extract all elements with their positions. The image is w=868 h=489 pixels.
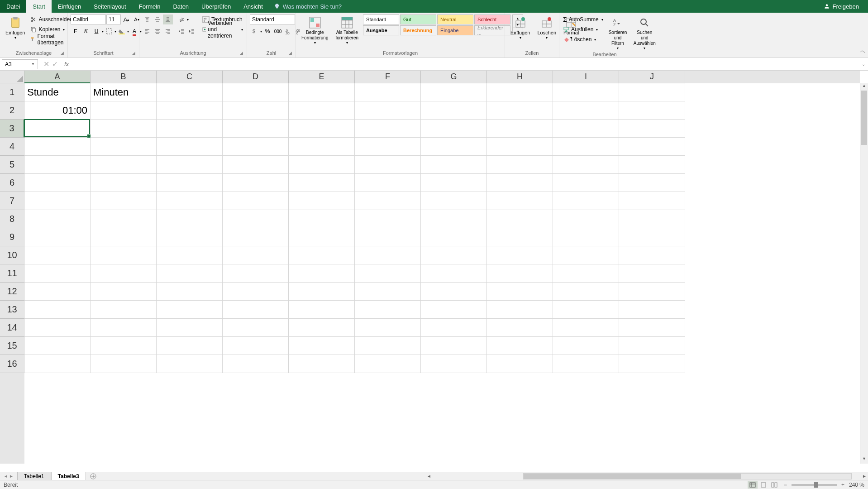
vertical-scrollbar[interactable]: ▲ ▼ bbox=[860, 83, 868, 464]
cell-J5[interactable] bbox=[619, 156, 685, 174]
orientation-button[interactable]: ab bbox=[176, 14, 186, 24]
increase-decimal-button[interactable]: .0.00 bbox=[283, 26, 293, 36]
cell-G1[interactable] bbox=[421, 83, 487, 101]
cell-F14[interactable] bbox=[355, 319, 421, 337]
cell-F12[interactable] bbox=[355, 283, 421, 301]
cell-C5[interactable] bbox=[157, 156, 223, 174]
cell-D12[interactable] bbox=[223, 283, 289, 301]
cell-B13[interactable] bbox=[91, 301, 157, 319]
italic-button[interactable]: K bbox=[81, 26, 91, 36]
cell-I10[interactable] bbox=[553, 246, 619, 264]
cell-E12[interactable] bbox=[289, 283, 355, 301]
cell-A7[interactable] bbox=[24, 192, 91, 210]
cell-E7[interactable] bbox=[289, 192, 355, 210]
column-header-A[interactable]: A bbox=[24, 71, 91, 83]
align-middle-button[interactable] bbox=[153, 14, 162, 24]
conditional-formatting-button[interactable]: Bedingte Formatierung▾ bbox=[299, 14, 331, 46]
cell-D16[interactable] bbox=[223, 355, 289, 373]
cell-I11[interactable] bbox=[553, 264, 619, 283]
cell-F6[interactable] bbox=[355, 174, 421, 192]
column-header-J[interactable]: J bbox=[619, 71, 685, 83]
cell-J15[interactable] bbox=[619, 337, 685, 355]
column-header-B[interactable]: B bbox=[91, 71, 157, 83]
align-top-button[interactable] bbox=[142, 14, 152, 24]
add-sheet-button[interactable] bbox=[89, 473, 98, 480]
cell-I12[interactable] bbox=[553, 283, 619, 301]
clipboard-dialog-launcher[interactable]: ◢ bbox=[61, 51, 66, 56]
cell-E14[interactable] bbox=[289, 319, 355, 337]
alignment-dialog-launcher[interactable]: ◢ bbox=[240, 51, 245, 56]
cell-G11[interactable] bbox=[421, 264, 487, 283]
font-dialog-launcher[interactable]: ◢ bbox=[132, 51, 138, 56]
fill-color-button[interactable] bbox=[117, 26, 127, 36]
tab-daten[interactable]: Daten bbox=[167, 0, 195, 13]
zoom-out-button[interactable]: − bbox=[784, 482, 787, 488]
row-header-16[interactable]: 16 bbox=[0, 355, 24, 373]
cell-J1[interactable] bbox=[619, 83, 685, 101]
cell-J8[interactable] bbox=[619, 210, 685, 228]
cell-F8[interactable] bbox=[355, 210, 421, 228]
cell-J7[interactable] bbox=[619, 192, 685, 210]
row-header-5[interactable]: 5 bbox=[0, 156, 24, 174]
cell-B16[interactable] bbox=[91, 355, 157, 373]
cell-G5[interactable] bbox=[421, 156, 487, 174]
cell-E5[interactable] bbox=[289, 156, 355, 174]
cell-I4[interactable] bbox=[553, 138, 619, 156]
normal-view-button[interactable] bbox=[748, 481, 758, 489]
insert-cells-button[interactable]: Einfügen▾ bbox=[508, 14, 533, 41]
cell-I14[interactable] bbox=[553, 319, 619, 337]
row-header-9[interactable]: 9 bbox=[0, 228, 24, 246]
cell-B5[interactable] bbox=[91, 156, 157, 174]
cell-C2[interactable] bbox=[157, 101, 223, 120]
formula-input[interactable] bbox=[72, 59, 859, 69]
zoom-level[interactable]: 240 % bbox=[849, 482, 864, 488]
cell-J3[interactable] bbox=[619, 120, 685, 138]
cell-D3[interactable] bbox=[223, 120, 289, 138]
enter-formula-button[interactable]: ✓ bbox=[52, 60, 58, 68]
cell-G9[interactable] bbox=[421, 228, 487, 246]
cell-E1[interactable] bbox=[289, 83, 355, 101]
format-painter-button[interactable]: Format übertragen bbox=[29, 34, 73, 44]
cell-E3[interactable] bbox=[289, 120, 355, 138]
cell-H13[interactable] bbox=[487, 301, 553, 319]
cell-I6[interactable] bbox=[553, 174, 619, 192]
row-header-13[interactable]: 13 bbox=[0, 301, 24, 319]
cell-F10[interactable] bbox=[355, 246, 421, 264]
cell-D13[interactable] bbox=[223, 301, 289, 319]
cut-button[interactable]: Ausschneiden bbox=[29, 14, 73, 24]
cell-J14[interactable] bbox=[619, 319, 685, 337]
cell-A4[interactable] bbox=[24, 138, 91, 156]
cell-B7[interactable] bbox=[91, 192, 157, 210]
cell-F13[interactable] bbox=[355, 301, 421, 319]
comma-format-button[interactable]: 000 bbox=[273, 26, 283, 36]
cell-J6[interactable] bbox=[619, 174, 685, 192]
cell-C11[interactable] bbox=[157, 264, 223, 283]
cell-A15[interactable] bbox=[24, 337, 91, 355]
cell-G7[interactable] bbox=[421, 192, 487, 210]
cell-F7[interactable] bbox=[355, 192, 421, 210]
cell-H6[interactable] bbox=[487, 174, 553, 192]
cell-B6[interactable] bbox=[91, 174, 157, 192]
cell-D6[interactable] bbox=[223, 174, 289, 192]
cell-B10[interactable] bbox=[91, 246, 157, 264]
select-all-corner[interactable] bbox=[0, 71, 24, 83]
cell-C7[interactable] bbox=[157, 192, 223, 210]
cell-G2[interactable] bbox=[421, 101, 487, 120]
align-left-button[interactable] bbox=[142, 26, 152, 36]
column-header-E[interactable]: E bbox=[289, 71, 355, 83]
cell-J4[interactable] bbox=[619, 138, 685, 156]
cell-C15[interactable] bbox=[157, 337, 223, 355]
cell-D14[interactable] bbox=[223, 319, 289, 337]
cell-I5[interactable] bbox=[553, 156, 619, 174]
row-header-4[interactable]: 4 bbox=[0, 138, 24, 156]
cell-B4[interactable] bbox=[91, 138, 157, 156]
cell-J11[interactable] bbox=[619, 264, 685, 283]
cell-G8[interactable] bbox=[421, 210, 487, 228]
cell-B2[interactable] bbox=[91, 101, 157, 120]
cell-C6[interactable] bbox=[157, 174, 223, 192]
cell-B12[interactable] bbox=[91, 283, 157, 301]
borders-button[interactable] bbox=[104, 26, 114, 36]
underline-button[interactable]: U bbox=[91, 26, 101, 36]
cell-D15[interactable] bbox=[223, 337, 289, 355]
increase-font-button[interactable]: A▴ bbox=[121, 14, 131, 24]
